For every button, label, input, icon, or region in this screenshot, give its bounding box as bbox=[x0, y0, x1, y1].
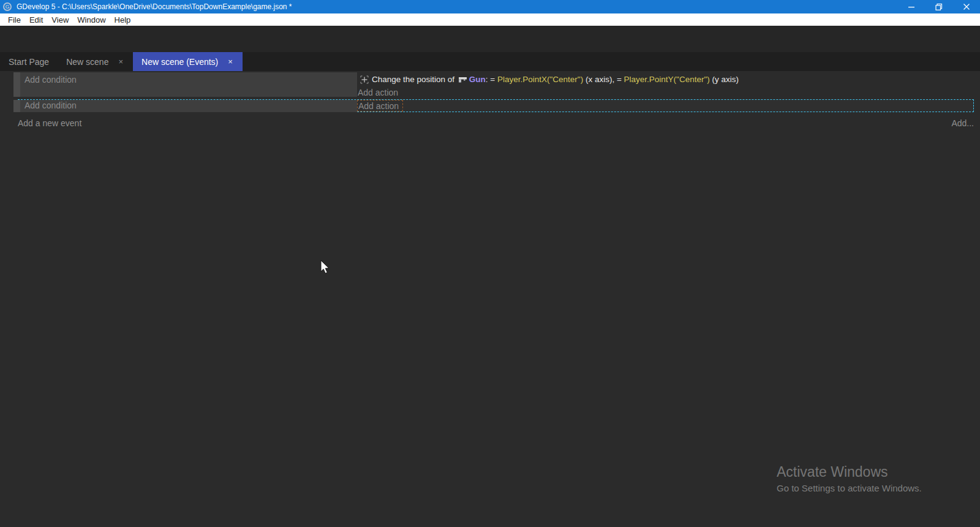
tab-new-scene-events[interactable]: New scene (Events) × bbox=[133, 52, 243, 71]
activate-windows-watermark: Activate Windows Go to Settings to activ… bbox=[777, 464, 922, 493]
window-controls bbox=[897, 0, 980, 13]
action-expression-x: Player.PointX("Center") bbox=[497, 75, 583, 84]
window-title: GDevelop 5 - C:\Users\Sparkle\OneDrive\D… bbox=[17, 2, 292, 11]
close-button[interactable] bbox=[952, 0, 980, 13]
events-sheet: Add condition Change the position of bbox=[0, 71, 980, 527]
action-text: : = bbox=[486, 75, 497, 84]
menu-edit[interactable]: Edit bbox=[25, 13, 47, 26]
add-action-link[interactable]: Add action bbox=[358, 88, 398, 97]
tab-start-page[interactable]: Start Page bbox=[0, 52, 58, 71]
tab-label: New scene (Events) bbox=[141, 57, 218, 67]
event2-add-action-focused[interactable]: Add action bbox=[357, 100, 403, 112]
menu-view[interactable]: View bbox=[47, 13, 73, 26]
action-item[interactable]: Change the position of Gun: = Player.Poi… bbox=[360, 74, 739, 85]
add-condition-link[interactable]: Add condition bbox=[20, 72, 357, 85]
add-condition-link[interactable]: Add condition bbox=[20, 100, 357, 110]
menu-window[interactable]: Window bbox=[73, 13, 110, 26]
event-drag-handle[interactable] bbox=[13, 100, 20, 112]
tab-label: Start Page bbox=[9, 57, 49, 67]
event2-conditions-cell[interactable]: Add condition bbox=[20, 100, 357, 112]
watermark-title: Activate Windows bbox=[777, 464, 922, 480]
menu-help[interactable]: Help bbox=[110, 13, 135, 26]
main-toolbar bbox=[0, 26, 980, 52]
watermark-subtitle: Go to Settings to activate Windows. bbox=[777, 483, 922, 493]
add-more-link[interactable]: Add... bbox=[951, 118, 974, 128]
tab-close-icon[interactable]: × bbox=[117, 57, 124, 66]
tab-new-scene[interactable]: New scene × bbox=[58, 52, 133, 71]
menu-file[interactable]: File bbox=[4, 13, 25, 26]
event1-conditions-cell[interactable]: Add condition bbox=[20, 72, 357, 97]
editor-tabbar: Start Page New scene × New scene (Events… bbox=[0, 52, 980, 71]
change-position-icon bbox=[360, 75, 369, 84]
mouse-cursor bbox=[319, 260, 333, 277]
menu-bar: File Edit View Window Help bbox=[0, 13, 980, 26]
action-text: Change the position of bbox=[372, 75, 457, 84]
add-action-link[interactable]: Add action bbox=[358, 101, 399, 111]
tab-close-icon[interactable]: × bbox=[227, 57, 234, 66]
event-drag-handle[interactable] bbox=[13, 72, 20, 97]
restore-button[interactable] bbox=[925, 0, 952, 13]
gun-object-icon bbox=[458, 76, 467, 83]
minimize-button[interactable] bbox=[897, 0, 925, 13]
event1-add-action[interactable]: Add action bbox=[358, 87, 398, 98]
add-new-event-link[interactable]: Add a new event bbox=[18, 118, 81, 128]
action-text: (y axis) bbox=[710, 75, 739, 84]
action-text: (x axis), = bbox=[583, 75, 624, 84]
action-expression-y: Player.PointY("Center") bbox=[624, 75, 710, 84]
action-object-name: Gun bbox=[469, 75, 486, 84]
gdevelop-logo-icon: G bbox=[3, 2, 12, 11]
tab-label: New scene bbox=[66, 57, 108, 67]
window-titlebar: G GDevelop 5 - C:\Users\Sparkle\OneDrive… bbox=[0, 0, 980, 13]
